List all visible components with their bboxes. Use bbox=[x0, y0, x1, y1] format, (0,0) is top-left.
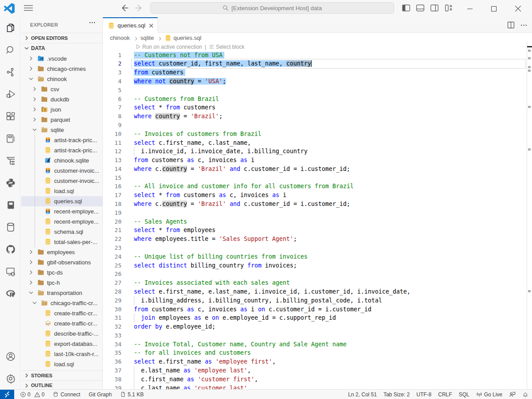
status-connect[interactable]: Connect bbox=[53, 391, 80, 398]
overview-ruler[interactable] bbox=[527, 43, 532, 389]
stories-section[interactable]: STORIES bbox=[21, 370, 102, 380]
code-line-5[interactable]: 5 bbox=[103, 86, 532, 95]
activity-run-and-debug-icon[interactable] bbox=[0, 84, 21, 105]
activity-sql-notebook-icon[interactable] bbox=[0, 128, 21, 149]
status-file-size[interactable]: 5.1 KB bbox=[120, 391, 144, 398]
code-line-17[interactable]: 17select * from customers as c, invoices… bbox=[103, 191, 532, 200]
tree-item-vscode[interactable]: .vscode bbox=[21, 54, 102, 64]
tree-item-chinook[interactable]: chinook bbox=[21, 74, 102, 84]
code-line-18[interactable]: 18where c.country = 'Brazil' and c.custo… bbox=[103, 200, 532, 209]
close-window-button[interactable] bbox=[506, 0, 530, 17]
split-editor-icon[interactable] bbox=[507, 21, 515, 29]
code-line-11[interactable]: 11select c.first_name, c.last_name, bbox=[103, 139, 532, 147]
tree-item-tpc-h[interactable]: tpc-h bbox=[21, 278, 102, 288]
tab-queries-sql[interactable]: queries.sql bbox=[103, 17, 158, 33]
breadcrumb-folder[interactable]: sqlite bbox=[141, 35, 154, 41]
tree-item-chicago-crimes[interactable]: chicago-crimes bbox=[21, 64, 102, 74]
activity-extensions-icon[interactable] bbox=[0, 106, 21, 127]
tree-item-tpc-ds[interactable]: tpc-ds bbox=[21, 267, 102, 278]
code-line-30[interactable]: 30from customers as c, invoices as i on … bbox=[103, 305, 532, 314]
code-line-14[interactable]: 14where c.country = 'Brazil' and c.custo… bbox=[103, 165, 532, 174]
code-line-7[interactable]: 7select * from customers bbox=[103, 103, 532, 112]
activity-remote-explorer-icon[interactable] bbox=[0, 261, 21, 282]
code-area[interactable]: Run on active connection | Select block … bbox=[103, 43, 532, 389]
tree-item-employees[interactable]: employees bbox=[21, 247, 102, 257]
code-line-34[interactable]: 34-- Invoice Total, Customer name, Count… bbox=[103, 340, 532, 349]
minimize-button[interactable] bbox=[458, 0, 482, 17]
status-tab-size[interactable]: Tab Size: 2 bbox=[383, 391, 410, 398]
code-line-35[interactable]: 35-- for all invoices and customers bbox=[103, 349, 532, 357]
tree-item-schema-sql[interactable]: schema.sql bbox=[21, 227, 102, 237]
status-problems[interactable]: 00 bbox=[20, 391, 44, 398]
tree-item-describe-traffic[interactable]: describe-traffic-... bbox=[21, 329, 102, 339]
activity-explorer-icon[interactable] bbox=[0, 17, 21, 39]
toggle-sidebar-icon[interactable] bbox=[401, 3, 411, 13]
activity-database-icon[interactable] bbox=[0, 217, 21, 238]
menu-icon[interactable] bbox=[23, 4, 34, 12]
customize-layout-icon[interactable] bbox=[444, 3, 454, 13]
code-line-22[interactable]: 22where employees.title = 'Sales Support… bbox=[103, 235, 532, 244]
code-line-15[interactable]: 15 bbox=[103, 174, 532, 182]
tree-item-sqlite[interactable]: sqlite bbox=[21, 125, 102, 135]
tree-item-queries-sql[interactable]: queries.sql bbox=[21, 196, 102, 206]
tree-item-json[interactable]: {}json bbox=[21, 105, 102, 115]
code-line-37[interactable]: 37 e.last_name as 'employee last', bbox=[103, 366, 532, 375]
activity-jupyter-book-icon[interactable] bbox=[0, 194, 21, 216]
status-eol[interactable]: CRLF bbox=[438, 391, 452, 398]
status-notifications[interactable] bbox=[522, 391, 528, 398]
close-tab-icon[interactable] bbox=[148, 22, 155, 29]
code-line-32[interactable]: 32order by e.employee_id; bbox=[103, 322, 532, 331]
tree-item-load-sql[interactable]: load.sql bbox=[21, 186, 102, 196]
code-line-36[interactable]: 36select e.first_name as 'employee first… bbox=[103, 357, 532, 366]
code-line-21[interactable]: 21select * from employees bbox=[103, 226, 532, 235]
tree-item-artist-track-pric[interactable]: artist-track-pric... bbox=[21, 145, 102, 155]
status-git-graph[interactable]: Git Graph bbox=[89, 391, 112, 398]
activity-account-icon[interactable] bbox=[0, 346, 21, 367]
code-line-13[interactable]: 13from customers as c, invoices as i bbox=[103, 156, 532, 165]
code-line-24[interactable]: 24-- Unique list of billing countries fr… bbox=[103, 252, 532, 261]
code-line-6[interactable]: 6-- Customers from Brazil bbox=[103, 95, 532, 104]
breadcrumb-file[interactable]: queries.sql bbox=[173, 35, 201, 41]
nav-back-icon[interactable] bbox=[120, 3, 129, 13]
tree-item-gbif-observations[interactable]: gbif-observations bbox=[21, 257, 102, 267]
tree-item-csv[interactable]: csv bbox=[21, 84, 102, 94]
tree-item-export-databas[interactable]: export-databas... bbox=[21, 339, 102, 349]
codelens-run-link[interactable]: Run on active connection bbox=[142, 44, 202, 50]
status-feedback[interactable] bbox=[509, 391, 516, 398]
code-line-3[interactable]: 3from customers bbox=[103, 68, 532, 77]
code-line-33[interactable]: 33 bbox=[103, 331, 532, 340]
codelens-select-block-link[interactable]: Select block bbox=[216, 44, 245, 50]
code-line-20[interactable]: 20-- Sales Agents bbox=[103, 217, 532, 226]
tree-item-last-10k-crash-r[interactable]: last-10k-crash-r... bbox=[21, 349, 102, 359]
code-line-31[interactable]: 31 join employees as e on e.employee_id … bbox=[103, 314, 532, 322]
tree-item-transportation[interactable]: transportation bbox=[21, 288, 102, 298]
toggle-panel-icon[interactable] bbox=[415, 3, 425, 13]
code-line-25[interactable]: 25select distinct billing_country from i… bbox=[103, 261, 532, 270]
status-cursor-position[interactable]: Ln 2, Col 51 bbox=[348, 391, 377, 398]
tree-item-parquet[interactable]: parquet bbox=[21, 115, 102, 125]
activity-search-icon[interactable] bbox=[0, 39, 21, 61]
code-line-23[interactable]: 23 bbox=[103, 244, 532, 252]
tree-item-chinook-sqlite[interactable]: chinook.sqlite bbox=[21, 155, 102, 166]
breadcrumb-folder[interactable]: chinook bbox=[110, 35, 130, 41]
tree-item-load-sql[interactable]: load.sql bbox=[21, 359, 102, 369]
remote-indicator[interactable] bbox=[0, 390, 14, 399]
code-line-38[interactable]: 38 c.first_name as 'customer first', bbox=[103, 375, 532, 384]
code-line-8[interactable]: 8where country = 'Brazil'; bbox=[103, 112, 532, 121]
status-language-mode[interactable]: SQL bbox=[459, 391, 469, 398]
code-line-27[interactable]: 27-- Invoices associated with each sales… bbox=[103, 279, 532, 287]
maximize-button[interactable] bbox=[482, 0, 506, 17]
more-actions-icon[interactable] bbox=[520, 21, 528, 29]
data-root-section[interactable]: DATA bbox=[21, 43, 102, 53]
code-line-12[interactable]: 12 i.invoice_id, i.invoice_date, i.billi… bbox=[103, 147, 532, 156]
code-line-9[interactable]: 9 bbox=[103, 121, 532, 130]
status-go-live[interactable]: Go Live bbox=[476, 391, 502, 398]
code-line-19[interactable]: 19 bbox=[103, 209, 532, 217]
code-line-28[interactable]: 28select e.first_name, e.last_name, i.in… bbox=[103, 287, 532, 296]
code-line-29[interactable]: 29 i.billing_address, i.billing_country,… bbox=[103, 296, 532, 305]
nav-forward-icon[interactable] bbox=[134, 3, 144, 13]
tree-item-artist-track-pric[interactable]: artist-track-pric... bbox=[21, 135, 102, 145]
code-line-10[interactable]: 10-- Invoices of customers from Brazil bbox=[103, 130, 532, 139]
tree-item-total-sales-per[interactable]: total-sales-per-... bbox=[21, 237, 102, 247]
code-line-2[interactable]: 2select customer_id, first_name, last_na… bbox=[103, 59, 532, 68]
